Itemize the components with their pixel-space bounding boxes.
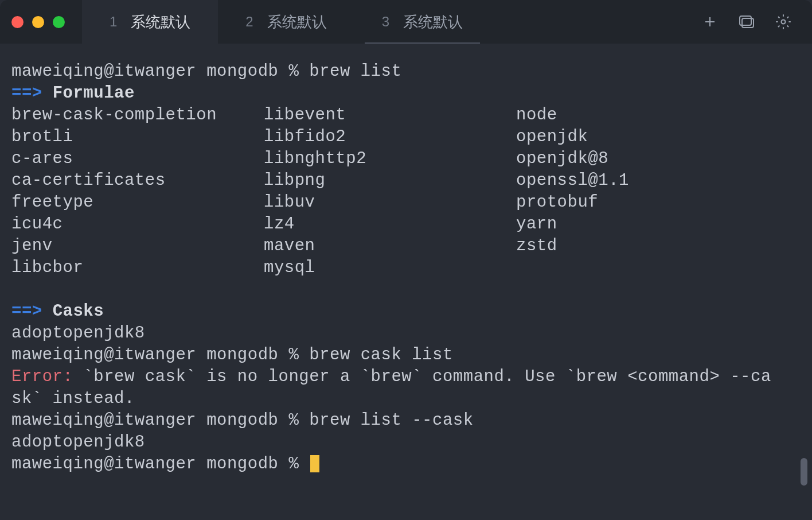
panels-button[interactable] (739, 14, 755, 30)
formula-item: lz4 (264, 215, 295, 234)
svg-point-4 (782, 20, 786, 24)
formula-item: openssl@1.1 (516, 171, 629, 190)
prompt-line: maweiqing@itwanger mongodb % brew list -… (11, 411, 474, 430)
formula-item: openjdk@8 (516, 149, 608, 168)
settings-button[interactable] (775, 14, 791, 30)
formula-item: libfido2 (264, 127, 346, 146)
formula-item: openjdk (516, 127, 588, 146)
cask-result: adoptopenjdk8 (11, 433, 145, 452)
formula-item: node (516, 106, 557, 125)
tab-number: 2 (245, 14, 253, 30)
formula-item: brotli (11, 127, 73, 146)
formula-item: yarn (516, 215, 557, 234)
titlebar-actions (702, 14, 812, 30)
formula-item: zstd (516, 236, 557, 255)
formula-item: protobuf (516, 193, 598, 212)
formula-item: libuv (264, 193, 315, 212)
error-message: sk` instead. (11, 389, 135, 408)
tab-label: 系统默认 (403, 12, 463, 32)
formula-item: jenv (11, 236, 53, 255)
traffic-lights (11, 16, 65, 28)
tab-number: 3 (382, 14, 389, 30)
formula-item: mysql (264, 258, 315, 277)
maximize-window-button[interactable] (53, 16, 65, 28)
formula-item: maven (264, 236, 315, 255)
formula-item: c-ares (11, 149, 73, 168)
formula-item: libnghttp2 (264, 149, 366, 168)
prompt-line: maweiqing@itwanger mongodb % brew cask l… (11, 346, 453, 364)
formulae-heading: Formulae (53, 84, 135, 103)
minimize-window-button[interactable] (32, 16, 44, 28)
tab-number: 1 (110, 14, 117, 30)
cursor (310, 455, 319, 472)
formula-item: libpng (264, 171, 325, 190)
section-arrow: ==> (11, 302, 53, 321)
cask-item: adoptopenjdk8 (11, 324, 145, 343)
error-message: `brew cask` is no longer a `brew` comman… (73, 367, 771, 386)
tab-2[interactable]: 2 系统默认 (218, 0, 354, 44)
scrollbar-thumb[interactable] (801, 458, 807, 486)
prompt-line: maweiqing@itwanger mongodb % brew list (11, 62, 401, 81)
tab-label: 系统默认 (131, 12, 190, 32)
formula-item: libevent (264, 106, 346, 125)
titlebar: 1 系统默认 2 系统默认 3 系统默认 (0, 0, 812, 44)
tab-3[interactable]: 3 系统默认 (354, 0, 490, 44)
prompt-line: maweiqing@itwanger mongodb % (11, 455, 309, 474)
casks-heading: Casks (53, 302, 104, 321)
add-tab-button[interactable] (702, 14, 718, 30)
tab-label: 系统默认 (267, 12, 327, 32)
close-window-button[interactable] (11, 16, 24, 28)
tabs: 1 系统默认 2 系统默认 3 系统默认 (82, 0, 702, 44)
formula-item: ca-certificates (11, 171, 166, 190)
formula-item: brew-cask-completion (11, 106, 217, 125)
formula-item: libcbor (11, 258, 83, 277)
formula-item: freetype (11, 193, 93, 212)
error-label: Error: (11, 367, 73, 386)
section-arrow: ==> (11, 84, 53, 103)
formula-item: icu4c (11, 215, 63, 234)
tab-1[interactable]: 1 系统默认 (82, 0, 218, 44)
terminal-content[interactable]: maweiqing@itwanger mongodb % brew list =… (0, 44, 812, 520)
